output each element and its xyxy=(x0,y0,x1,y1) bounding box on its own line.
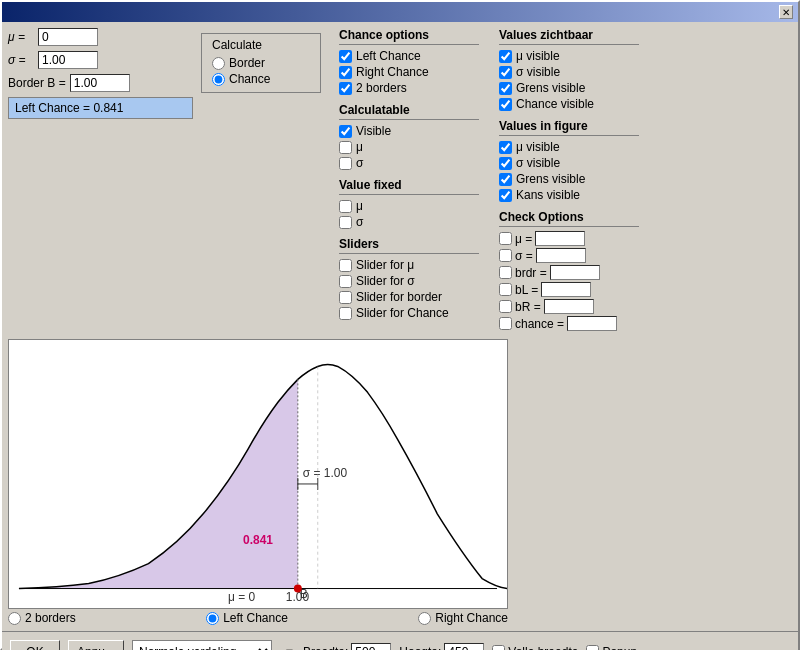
co-sigma-label: σ = xyxy=(515,249,533,263)
vz-sigma-checkbox[interactable] xyxy=(499,66,512,79)
chance-radio[interactable] xyxy=(212,73,225,86)
breedte-input[interactable] xyxy=(351,643,391,651)
volle-breedte-checkbox[interactable] xyxy=(492,645,505,650)
co-chance-checkbox[interactable] xyxy=(499,317,512,330)
cancel-button[interactable]: Annu... xyxy=(68,640,124,650)
slider-mu-checkbox[interactable] xyxy=(339,259,352,272)
main-window: ✕ μ = σ = Border B = xyxy=(0,0,800,650)
svg-point-9 xyxy=(294,585,302,593)
co-brdr-input[interactable] xyxy=(550,265,600,280)
close-button[interactable]: ✕ xyxy=(779,5,793,19)
mu-label: μ = xyxy=(8,30,38,44)
volle-breedte-field: Volle breedte xyxy=(492,645,578,651)
mu-input[interactable] xyxy=(38,28,98,46)
sliders-title: Sliders xyxy=(339,237,479,254)
right-chance-radio[interactable] xyxy=(418,612,431,625)
co-sigma-checkbox[interactable] xyxy=(499,249,512,262)
sigma-label: σ = xyxy=(8,53,38,67)
left-panel: μ = σ = Border B = Left Chance = 0.841 xyxy=(8,28,193,119)
vif-grens-row: Grens visible xyxy=(499,172,639,186)
calc-mu-label: μ xyxy=(356,140,363,154)
co-chance-input[interactable] xyxy=(567,316,617,331)
two-borders-radio-label: 2 borders xyxy=(25,611,76,625)
co-mu-input[interactable] xyxy=(535,231,585,246)
co-br-input[interactable] xyxy=(544,299,594,314)
visible-row: Visible xyxy=(339,124,479,138)
two-borders-radio[interactable] xyxy=(8,612,21,625)
vz-grens-label: Grens visible xyxy=(516,81,585,95)
calc-sigma-checkbox[interactable] xyxy=(339,157,352,170)
vz-sigma-row: σ visible xyxy=(499,65,639,79)
svg-text:1.00: 1.00 xyxy=(286,590,310,604)
border-radio[interactable] xyxy=(212,57,225,70)
fixed-sigma-checkbox[interactable] xyxy=(339,216,352,229)
fixed-sigma-label: σ xyxy=(356,215,363,229)
two-borders-radio-row: 2 borders xyxy=(8,611,76,625)
popup-checkbox[interactable] xyxy=(586,645,599,650)
vif-kans-row: Kans visible xyxy=(499,188,639,202)
check-options-title: Check Options xyxy=(499,210,639,227)
co-brdr-checkbox[interactable] xyxy=(499,266,512,279)
vif-sigma-label: σ visible xyxy=(516,156,560,170)
vz-mu-checkbox[interactable] xyxy=(499,50,512,63)
values-in-figure-title: Values in figure xyxy=(499,119,639,136)
fixed-mu-label: μ xyxy=(356,199,363,213)
border-input[interactable] xyxy=(70,74,130,92)
vif-kans-checkbox[interactable] xyxy=(499,189,512,202)
left-chance-checkbox[interactable] xyxy=(339,50,352,63)
right-chance-radio-row: Right Chance xyxy=(418,611,508,625)
hoogte-input[interactable] xyxy=(444,643,484,651)
value-fixed-section: Value fixed μ σ xyxy=(339,178,479,229)
border-radio-label: Border xyxy=(229,56,265,70)
vz-sigma-label: σ visible xyxy=(516,65,560,79)
co-br-checkbox[interactable] xyxy=(499,300,512,313)
vif-mu-row: μ visible xyxy=(499,140,639,154)
value-fixed-title: Value fixed xyxy=(339,178,479,195)
distribution-select[interactable]: Normale verdeling xyxy=(132,640,272,650)
vif-sigma-row: σ visible xyxy=(499,156,639,170)
values-in-figure-section: Values in figure μ visible σ visible xyxy=(499,119,639,202)
sigma-input[interactable] xyxy=(38,51,98,69)
co-bl-label: bL = xyxy=(515,283,538,297)
co-bl-input[interactable] xyxy=(541,282,591,297)
mu-field-row: μ = xyxy=(8,28,193,46)
popup-label: Popup xyxy=(602,645,637,651)
vz-mu-row: μ visible xyxy=(499,49,639,63)
co-sigma-input[interactable] xyxy=(536,248,586,263)
check-options-section: Check Options μ = σ = xyxy=(499,210,639,331)
sliders-section: Sliders Slider for μ Slider for σ Slider… xyxy=(339,237,479,320)
vif-sigma-checkbox[interactable] xyxy=(499,157,512,170)
values-columns: Values zichtbaar μ visible σ visible Gre… xyxy=(499,28,639,333)
hoogte-label: Hoogte: xyxy=(399,645,441,651)
vif-kans-label: Kans visible xyxy=(516,188,580,202)
left-chance-radio[interactable] xyxy=(206,612,219,625)
values-zichtbaar-column: Values zichtbaar μ visible σ visible Gre… xyxy=(499,28,639,333)
vz-mu-label: μ visible xyxy=(516,49,560,63)
vif-mu-label: μ visible xyxy=(516,140,560,154)
co-mu-checkbox[interactable] xyxy=(499,232,512,245)
slider-mu-label: Slider for μ xyxy=(356,258,414,272)
slider-chance-checkbox[interactable] xyxy=(339,307,352,320)
visible-checkbox[interactable] xyxy=(339,125,352,138)
right-options: Chance options Left Chance Right Chance … xyxy=(339,28,639,333)
right-chance-checkbox[interactable] xyxy=(339,66,352,79)
chance-options-title: Chance options xyxy=(339,28,479,45)
values-zichtbaar-title: Values zichtbaar xyxy=(499,28,639,45)
fixed-mu-checkbox[interactable] xyxy=(339,200,352,213)
calculatable-title: Calculatable xyxy=(339,103,479,120)
vif-grens-checkbox[interactable] xyxy=(499,173,512,186)
top-row: μ = σ = Border B = Left Chance = 0.841 xyxy=(8,28,792,333)
calc-mu-checkbox[interactable] xyxy=(339,141,352,154)
calc-mu-row: μ xyxy=(339,140,479,154)
vif-mu-checkbox[interactable] xyxy=(499,141,512,154)
calculatable-section: Calculatable Visible μ σ xyxy=(339,103,479,170)
co-bl-checkbox[interactable] xyxy=(499,283,512,296)
slider-sigma-checkbox[interactable] xyxy=(339,275,352,288)
ok-button[interactable]: OK xyxy=(10,640,60,650)
slider-border-checkbox[interactable] xyxy=(339,291,352,304)
graph-area: σ = 1.00 0.841 B 1.00 μ = 0 xyxy=(8,339,792,625)
vz-grens-checkbox[interactable] xyxy=(499,82,512,95)
footer: OK Annu... Normale verdeling ▼ Breedte: … xyxy=(2,631,798,650)
two-borders-checkbox[interactable] xyxy=(339,82,352,95)
vz-chance-checkbox[interactable] xyxy=(499,98,512,111)
